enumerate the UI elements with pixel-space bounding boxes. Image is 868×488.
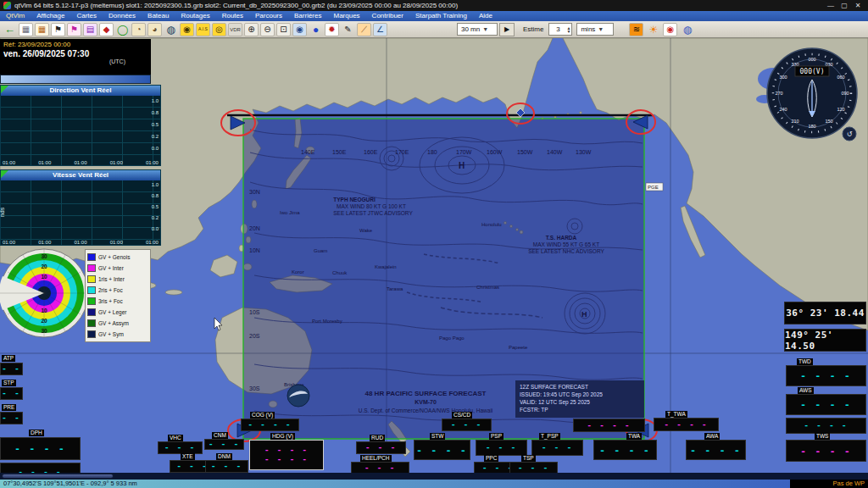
lifering-icon[interactable]: ◉ (663, 23, 677, 36)
legend-swatch (87, 264, 96, 272)
barriers-icon[interactable]: ▤ (83, 23, 97, 36)
svg-text:30S: 30S (249, 385, 260, 391)
menu-item-cartes[interactable]: Cartes (70, 11, 103, 21)
svg-text:180: 180 (427, 149, 437, 155)
svg-text:150: 150 (825, 119, 832, 124)
polar-rose: 30 20 10 10 20 30 (0, 247, 90, 346)
checkered-flag-icon[interactable]: ⚑ (51, 23, 65, 36)
pencil-icon[interactable]: ✎ (341, 23, 355, 36)
menu-item-aide[interactable]: Aide (473, 11, 498, 21)
menu-item-starpath-training[interactable]: Starpath Training (409, 11, 473, 21)
sun-ephemerides-icon[interactable]: ☀ (646, 23, 660, 36)
x-tick: 01:00 (3, 160, 15, 165)
maximize-button[interactable]: ▢ (837, 2, 851, 9)
estime-unit-select[interactable]: mins ▼ (576, 23, 614, 36)
globe-search-icon[interactable]: ◉ (292, 23, 307, 36)
zoom-in-icon[interactable]: ⊕ (244, 23, 259, 36)
bulb2-icon[interactable]: ◎ (212, 23, 226, 36)
panel-header-strip (0, 75, 151, 84)
y-tick: 0.0 (152, 146, 159, 151)
legend-label: GV + Inter (98, 265, 124, 271)
ruler-icon[interactable]: ⟋ (357, 23, 371, 36)
clock-next-icon[interactable]: ◕ (147, 23, 162, 36)
back-icon[interactable]: ← (3, 23, 17, 36)
svg-text:10N: 10N (249, 247, 260, 253)
panel-collapse-button[interactable] (1, 86, 8, 93)
svg-text:VALID: 12 UTC Sep 25 2025: VALID: 12 UTC Sep 25 2025 (520, 399, 590, 406)
estime-spinbox[interactable]: 3 ▲▼ (548, 23, 572, 36)
legend-swatch (87, 330, 96, 338)
panel-collapse-button[interactable] (1, 170, 8, 178)
zoom-out-icon[interactable]: ⊖ (260, 23, 275, 36)
spin-arrows-icon[interactable]: ▲▼ (567, 26, 572, 33)
menu-item-affichage[interactable]: Affichage (31, 11, 70, 21)
globe-dark-icon[interactable]: ◍ (164, 23, 178, 36)
legend-swatch (87, 275, 96, 283)
panel-title: Direction Vent Réel (1, 86, 160, 96)
y-tick: 0.2 (152, 134, 159, 139)
menu-item-contribuer[interactable]: Contribuer (366, 11, 409, 21)
grib-slot1-icon[interactable]: ▦ (19, 23, 33, 36)
svg-text:20: 20 (41, 318, 47, 324)
minimize-button[interactable]: — (824, 2, 837, 9)
legend-label: 2ris + Foc (98, 287, 123, 293)
svg-text:240: 240 (779, 107, 787, 112)
ais-bulb-icon[interactable]: ◉ (180, 23, 194, 36)
legend-label: GV + Leger (98, 309, 126, 315)
longitude-display: 149° 25' 14.50 (784, 329, 866, 352)
svg-text:H: H (581, 310, 587, 319)
menu-item-qtvlm[interactable]: QtVlm (0, 11, 31, 21)
y-tick: 0.2 (152, 215, 159, 220)
close-button[interactable]: ✕ (851, 2, 865, 9)
legend-swatch (87, 297, 96, 305)
heading-display: 000(V) (800, 68, 825, 75)
marks-icon[interactable]: ◆ (99, 23, 114, 36)
world-clock-icon[interactable]: ◍ (680, 23, 694, 36)
menu-item-routages[interactable]: Routages (175, 11, 215, 21)
svg-text:Guam: Guam (314, 248, 327, 253)
menu-item-donn-es[interactable]: Données (103, 11, 142, 21)
clock-prev-icon[interactable]: ◔ (131, 23, 146, 36)
time-slider[interactable] (0, 473, 868, 480)
menu-item-marques[interactable]: Marques (327, 11, 365, 21)
legend-label: 1ris + Inter (98, 276, 125, 282)
legend-label: GV + Sym (98, 331, 124, 337)
zoom-area-icon[interactable]: ⊡ (276, 23, 291, 36)
svg-text:090: 090 (841, 91, 849, 96)
y-axis-unit: nds (0, 208, 5, 217)
x-tick: 01:00 (110, 240, 123, 245)
svg-text:Papeete: Papeete (509, 345, 528, 350)
svg-text:TYPH NEOGURI: TYPH NEOGURI (333, 197, 376, 202)
x-tick: 01:00 (146, 160, 159, 165)
legend-row: GV + Sym (87, 329, 148, 340)
svg-text:FCSTR: TP: FCSTR: TP (520, 407, 548, 413)
svg-text:ISSUED: 19:45 UTC Sep 20 2025: ISSUED: 19:45 UTC Sep 20 2025 (520, 391, 603, 398)
time-step-select[interactable]: 30 mn ▼ (457, 23, 498, 36)
menu-item-routes[interactable]: Routes (216, 11, 249, 21)
legend-label: GV + Assym (98, 320, 129, 326)
x-tick: 01:00 (146, 240, 159, 245)
protractor-icon[interactable]: ∠ (373, 23, 387, 36)
sail-legend: GV + GenoisGV + Inter1ris + Inter2ris + … (85, 249, 151, 342)
svg-text:H: H (459, 161, 465, 170)
pink-flag-icon[interactable]: ⚑ (67, 23, 81, 36)
grib-slot2-icon[interactable]: ▦ (35, 23, 49, 36)
estime-unit-value: mins (581, 25, 595, 33)
compass-rose-icon[interactable]: ✹ (325, 23, 339, 36)
menu-item-bateau[interactable]: Bateau (142, 11, 175, 21)
legend-swatch (87, 319, 96, 327)
menu-item-parcours[interactable]: Parcours (249, 11, 288, 21)
tide-warning-icon[interactable]: ≋ (629, 23, 643, 36)
play-animation-button[interactable]: ▶ (499, 23, 515, 36)
menu-item-barri-res[interactable]: Barrières (288, 11, 327, 21)
status-bar: 07°30,4952'S 109°51,9501'E - 092,9° 5 93… (0, 480, 868, 488)
compass-instrument: 000 030 060 090 120 150 180 210 240 270 … (765, 42, 861, 149)
globe-blue-icon[interactable]: ● (309, 23, 323, 36)
legend-label: GV + Genois (98, 254, 130, 260)
play-icon: ▶ (504, 25, 509, 33)
vdr-icon[interactable]: VDR (228, 23, 242, 36)
time-slider-handle[interactable] (2, 474, 114, 479)
svg-text:060: 060 (837, 75, 844, 80)
ais-label-icon[interactable]: A.I.S (196, 23, 210, 36)
route-ellipse-icon[interactable]: ◯ (115, 23, 130, 36)
